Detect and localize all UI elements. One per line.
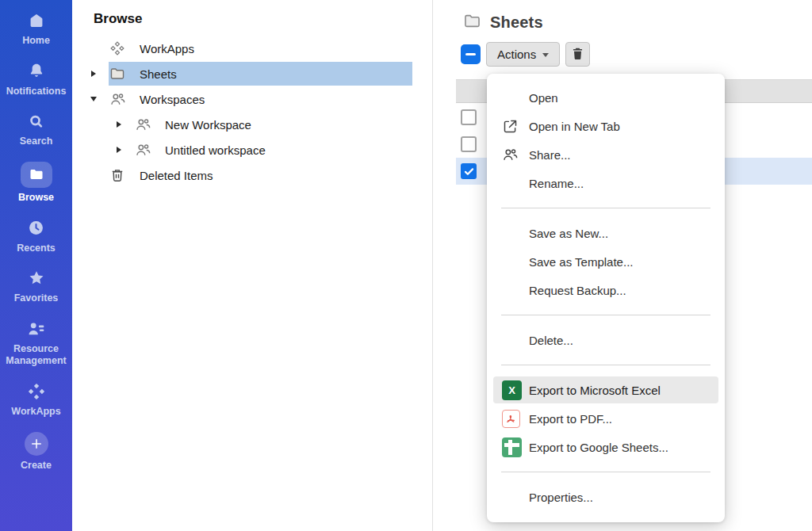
browse-tree: WorkApps Sheets Workspaces	[72, 36, 432, 188]
chevron-down-icon	[542, 53, 549, 57]
sidebar-item-label: Favorites	[11, 292, 62, 305]
tree-item-new-workspace[interactable]: New Workspace	[72, 112, 432, 137]
sidebar-item-label: Create	[17, 460, 55, 472]
menu-item-request-backup[interactable]: Request Backup...	[487, 276, 725, 304]
diamonds-icon	[26, 381, 47, 402]
star-icon	[26, 268, 47, 288]
tree-item-label: New Workspace	[165, 118, 251, 132]
menu-item-save-as-new[interactable]: Save as New...	[487, 219, 725, 247]
expand-arrow-icon[interactable]	[115, 147, 123, 153]
trash-icon	[570, 46, 585, 63]
diamonds-icon	[109, 40, 126, 57]
sidebar-item-label: Browse	[15, 192, 57, 204]
actions-button-label: Actions	[497, 48, 536, 61]
minus-icon	[465, 53, 476, 55]
menu-item-label: Delete...	[529, 334, 573, 347]
menu-item-open[interactable]: Open	[487, 83, 725, 112]
browse-panel: Browse WorkApps Sheets	[72, 0, 433, 531]
menu-item-label: Export to PDF...	[529, 412, 612, 426]
tree-item-label: Deleted Items	[140, 169, 213, 182]
sidebar-item-resource-management[interactable]: Resource Management	[0, 319, 72, 368]
menu-item-save-as-template[interactable]: Save as Template...	[487, 247, 725, 276]
browse-panel-title: Browse	[72, 0, 432, 27]
menu-item-export-to-google-sheets[interactable]: Export to Google Sheets...	[487, 433, 725, 461]
sidebar-item-recents[interactable]: Recents	[0, 218, 72, 255]
sidebar-item-home[interactable]: Home	[0, 10, 72, 48]
menu-item-label: Rename...	[529, 177, 584, 190]
sidebar-item-label: Resource Management	[0, 343, 72, 368]
select-all-checkbox[interactable]	[461, 44, 481, 64]
menu-item-rename[interactable]: Rename...	[487, 169, 725, 197]
folder-icon	[462, 11, 482, 34]
delete-button[interactable]	[565, 42, 590, 67]
expand-arrow-icon[interactable]	[115, 121, 123, 128]
tree-item-label: Workspaces	[140, 93, 205, 106]
sidebar-item-browse[interactable]: Browse	[0, 162, 72, 204]
plus-icon	[26, 434, 47, 454]
people-list-icon	[26, 319, 47, 339]
row-checkbox-checked[interactable]	[461, 163, 477, 179]
sidebar-item-notifications[interactable]: Notifications	[0, 61, 72, 98]
tree-item-untitled-workspace[interactable]: Untitled workspace	[72, 137, 432, 162]
tree-item-label: WorkApps	[140, 42, 194, 55]
collapse-arrow-icon[interactable]	[90, 97, 98, 101]
row-checkbox[interactable]	[461, 109, 477, 125]
row-checkbox[interactable]	[461, 136, 477, 152]
sidebar-item-favorites[interactable]: Favorites	[0, 268, 72, 305]
home-icon	[26, 10, 47, 31]
menu-divider	[501, 472, 710, 472]
folder-icon	[109, 65, 126, 82]
tree-item-workspaces[interactable]: Workspaces	[72, 86, 432, 112]
sidebar-item-create[interactable]: Create	[0, 432, 72, 472]
sidebar-item-label: Search	[17, 136, 56, 148]
sidebar-item-label: Notifications	[3, 86, 70, 98]
folder-icon	[26, 164, 47, 185]
app-window: Home Notifications Search Browse	[0, 0, 812, 531]
actions-button[interactable]: Actions	[486, 42, 560, 67]
sidebar-item-label: Recents	[13, 243, 59, 255]
menu-item-open-in-new-tab[interactable]: Open in New Tab	[487, 112, 725, 140]
menu-divider	[501, 315, 710, 315]
menu-item-label: Properties...	[529, 491, 593, 504]
search-icon	[26, 111, 47, 132]
menu-item-label: Open in New Tab	[529, 120, 620, 133]
menu-item-properties[interactable]: Properties...	[487, 483, 725, 511]
menu-item-label: Share...	[529, 148, 571, 162]
bell-icon	[26, 61, 47, 82]
menu-item-label: Export to Google Sheets...	[529, 441, 668, 454]
sidebar-item-label: WorkApps	[8, 406, 63, 418]
page-title-text: Sheets	[490, 13, 543, 32]
people-icon	[109, 90, 126, 108]
clock-icon	[26, 218, 47, 239]
tree-item-deleted-items[interactable]: Deleted Items	[72, 162, 432, 188]
page-title: Sheets	[462, 11, 543, 34]
google-sheets-icon	[502, 437, 523, 457]
pdf-icon	[502, 410, 523, 428]
sidebar-item-label: Home	[19, 35, 53, 48]
menu-divider	[501, 365, 710, 365]
sidebar-item-workapps[interactable]: WorkApps	[0, 381, 72, 418]
menu-item-label: Open	[529, 91, 558, 105]
tree-item-workapps[interactable]: WorkApps	[72, 36, 432, 61]
menu-item-share[interactable]: Share...	[487, 140, 725, 169]
menu-item-label: Request Backup...	[529, 284, 626, 297]
menu-item-export-to-pdf[interactable]: Export to PDF...	[487, 404, 725, 433]
active-item-tile	[21, 162, 52, 188]
people-icon	[134, 141, 151, 159]
menu-item-label: Save as New...	[529, 227, 608, 240]
share-people-icon	[502, 147, 523, 163]
tree-item-label: Sheets	[140, 67, 177, 81]
actions-context-menu: Open Open in New Tab Share... Rename... …	[487, 74, 725, 522]
menu-item-export-to-excel[interactable]: X Export to Microsoft Excel	[487, 376, 725, 404]
left-nav-rail: Home Notifications Search Browse	[0, 0, 72, 531]
expand-arrow-icon[interactable]	[90, 71, 98, 77]
sidebar-item-search[interactable]: Search	[0, 111, 72, 148]
toolbar: Actions	[461, 42, 590, 67]
menu-item-delete[interactable]: Delete...	[487, 326, 725, 354]
excel-badge: X	[502, 380, 522, 400]
tree-item-sheets[interactable]: Sheets	[72, 61, 432, 86]
trash-icon	[109, 166, 126, 184]
menu-item-label: Export to Microsoft Excel	[529, 384, 661, 397]
excel-icon: X	[502, 380, 523, 400]
open-new-tab-icon	[502, 118, 523, 135]
